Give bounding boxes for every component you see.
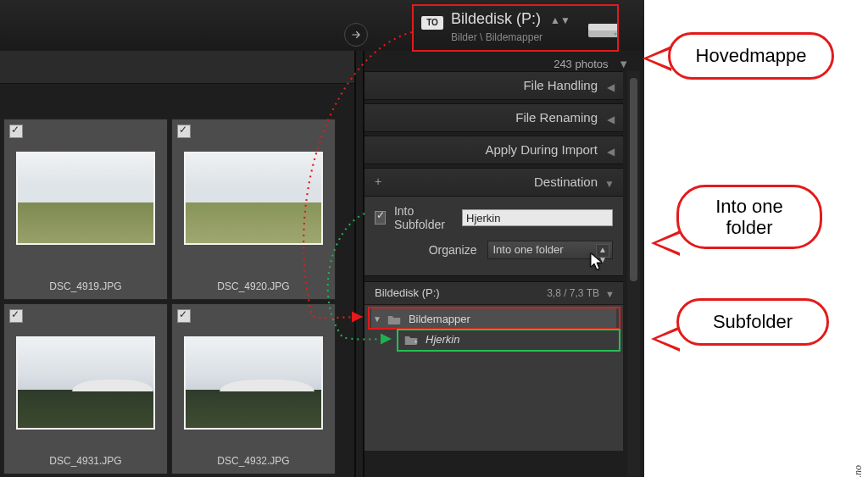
import-top-bar: TO Bildedisk (P:) ▲▼ Bilder \ Bildemappe…	[0, 0, 644, 51]
to-chip: TO	[421, 16, 443, 30]
destination-drive-picker[interactable]: Bildedisk (P:) ▲▼	[451, 10, 570, 28]
organize-dropdown[interactable]: Into one folder ▲▼	[487, 241, 614, 259]
svg-text:+: +	[415, 338, 418, 345]
panel-label: Apply During Import	[485, 142, 598, 157]
callout-into-one-folder: Into one folder	[676, 185, 822, 249]
panel-divider[interactable]	[354, 51, 364, 477]
tree-folder-hjerkin[interactable]: + Hjerkin	[371, 329, 616, 349]
callout-subfolder: Subfolder	[676, 298, 829, 346]
chevron-down-icon[interactable]: ▼	[373, 314, 381, 324]
callout-text: Hovedmappe	[696, 45, 807, 67]
updown-icon: ▲▼	[596, 244, 609, 258]
vertical-scrollbar[interactable]	[627, 71, 640, 476]
thumbnail[interactable]: DSC_4931.JPG	[3, 303, 168, 474]
triangle-left-icon: ◀	[607, 146, 615, 158]
svg-point-2	[615, 33, 617, 36]
triangle-down-icon: ▼	[605, 289, 615, 299]
panel-file-handling[interactable]: File Handling ◀	[364, 71, 623, 100]
thumbnail-image	[16, 152, 155, 245]
arrow-right-icon	[350, 29, 362, 41]
plus-icon[interactable]: +	[375, 175, 381, 188]
callout-tail	[656, 233, 682, 253]
into-subfolder-checkbox[interactable]	[375, 211, 386, 225]
lightroom-window: TO Bildedisk (P:) ▲▼ Bilder \ Bildemappe…	[0, 0, 644, 477]
thumbnail[interactable]: DSC_4919.JPG	[3, 119, 168, 300]
volume-name: Bildedisk (P:)	[375, 286, 440, 299]
photo-count[interactable]: 243 photos ▼	[554, 58, 629, 70]
thumbnail-filename: DSC_4920.JPG	[172, 280, 335, 292]
image-credit: © arnoldfoto.no	[852, 465, 865, 477]
triangle-down-icon: ▼	[618, 58, 629, 70]
destination-tree: ▼ Bildemapper + Hjerkin	[364, 305, 623, 451]
into-subfolder-label: Into Subfolder	[394, 204, 452, 231]
tree-folder-label: Bildemapper	[409, 313, 470, 325]
scrollbar-thumb[interactable]	[630, 78, 637, 281]
organize-value: Into one folder	[493, 243, 564, 256]
tree-folder-bildemapper[interactable]: ▼ Bildemapper	[371, 308, 616, 329]
panel-apply-during-import[interactable]: Apply During Import ◀	[364, 136, 623, 164]
triangle-down-icon: ▼	[604, 178, 615, 190]
tree-folder-label: Hjerkin	[426, 333, 459, 346]
thumbnail-image	[16, 336, 155, 430]
thumbnail-filename: DSC_4932.JPG	[172, 455, 335, 467]
panel-label: File Renaming	[515, 110, 598, 125]
thumbnail-checkbox[interactable]	[177, 125, 191, 138]
thumbnail-checkbox[interactable]	[9, 309, 23, 323]
destination-panel-body: Into Subfolder Organize Into one folder …	[364, 197, 623, 276]
subfolder-name-input[interactable]	[462, 209, 613, 226]
thumbnail-checkbox[interactable]	[9, 125, 23, 138]
callout-hovedmappe: Hovedmappe	[668, 32, 834, 80]
thumbnail-checkbox[interactable]	[177, 309, 191, 323]
triangle-left-icon: ◀	[607, 114, 615, 125]
folder-new-icon: +	[403, 334, 419, 345]
callout-text: Subfolder	[713, 311, 793, 333]
triangle-left-icon: ◀	[607, 81, 615, 93]
thumbnail[interactable]: DSC_4920.JPG	[171, 119, 336, 300]
panel-label: File Handling	[523, 78, 598, 92]
callout-text: Into one	[715, 196, 783, 217]
photo-count-label: 243 photos	[554, 58, 608, 70]
thumbnail-filename: DSC_4931.JPG	[4, 455, 167, 467]
panel-label: Destination	[534, 175, 598, 189]
drive-icon	[585, 17, 622, 46]
panel-file-renaming[interactable]: File Renaming ◀	[364, 103, 623, 132]
panel-destination[interactable]: + Destination ▼	[364, 168, 623, 197]
thumbnail[interactable]: DSC_4932.JPG	[171, 303, 336, 474]
updown-icon: ▲▼	[550, 14, 570, 26]
thumbnail-filename: DSC_4919.JPG	[4, 280, 167, 292]
folder-icon	[387, 313, 402, 324]
organize-label: Organize	[375, 243, 477, 257]
grid-header	[0, 51, 354, 84]
thumbnail-image	[184, 152, 323, 245]
volume-header[interactable]: Bildedisk (P:) 3,8 / 7,3 TB ▼	[364, 281, 623, 305]
proceed-arrow-button[interactable]	[344, 23, 368, 47]
destination-drive-label: Bildedisk (P:)	[451, 10, 541, 27]
svg-rect-1	[588, 24, 619, 31]
destination-path: Bilder \ Bildemapper	[451, 31, 542, 43]
thumbnail-image	[184, 336, 323, 430]
callout-text: folder	[726, 217, 772, 238]
volume-capacity: 3,8 / 7,3 TB	[547, 287, 599, 299]
callout-tail	[656, 329, 682, 349]
